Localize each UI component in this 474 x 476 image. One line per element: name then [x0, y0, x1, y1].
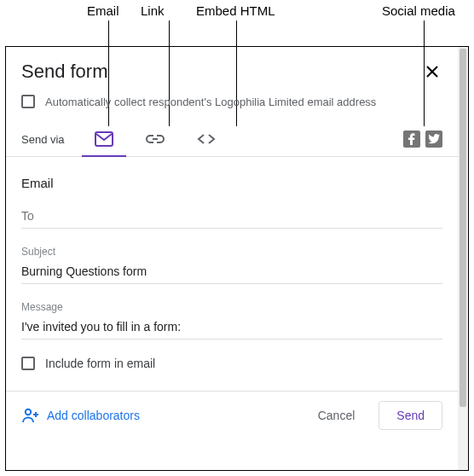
annotation-social: Social media	[382, 3, 455, 18]
auto-collect-checkbox[interactable]	[21, 95, 35, 108]
share-twitter[interactable]	[425, 131, 442, 148]
facebook-icon	[408, 133, 416, 145]
tab-email[interactable]	[82, 122, 126, 156]
dialog-title: Send form	[21, 61, 108, 83]
link-icon	[146, 134, 165, 144]
subject-label: Subject	[21, 246, 442, 258]
email-section-title: Email	[21, 176, 442, 190]
close-icon	[425, 65, 439, 78]
to-field[interactable]	[21, 206, 442, 229]
subject-field[interactable]	[21, 261, 442, 284]
scrollbar-thumb[interactable]	[460, 49, 466, 407]
annotation-embed: Embed HTML	[196, 3, 275, 18]
svg-point-1	[26, 409, 31, 414]
email-icon	[95, 131, 113, 147]
add-collaborators-label: Add collaborators	[47, 409, 140, 422]
add-collaborators-icon	[21, 408, 40, 423]
close-button[interactable]	[422, 61, 442, 82]
twitter-icon	[428, 134, 440, 144]
include-form-checkbox[interactable]	[21, 357, 35, 370]
auto-collect-row[interactable]: Automatically collect respondent's Logop…	[21, 95, 442, 108]
include-form-label: Include form in email	[45, 357, 155, 370]
message-label: Message	[21, 301, 442, 313]
tab-link[interactable]	[133, 122, 177, 156]
scrollbar[interactable]	[458, 47, 468, 470]
tab-embed[interactable]	[184, 122, 228, 156]
embed-icon	[197, 133, 216, 145]
cancel-button[interactable]: Cancel	[301, 401, 373, 430]
message-field[interactable]	[21, 316, 442, 340]
annotation-callouts: Email Link Embed HTML Social media	[0, 0, 474, 46]
send-form-dialog: Send form Automatically collect responde…	[5, 46, 469, 471]
include-form-row[interactable]: Include form in email	[21, 357, 442, 370]
add-collaborators-button[interactable]: Add collaborators	[21, 408, 140, 423]
send-button[interactable]: Send	[379, 401, 442, 430]
share-facebook[interactable]	[403, 131, 420, 148]
annotation-link: Link	[141, 3, 165, 18]
send-via-label: Send via	[21, 133, 65, 146]
auto-collect-label: Automatically collect respondent's Logop…	[45, 96, 376, 108]
annotation-email: Email	[87, 3, 119, 18]
